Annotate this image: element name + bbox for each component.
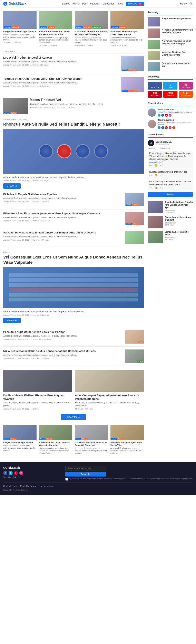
follow-twitter-btn[interactable]: Follow xyxy=(148,192,193,197)
tweet1-retweet-icon[interactable]: 🔁 0 xyxy=(155,164,158,166)
gp3-title: Vel Amet Pulvinar Massa Integer Libero D… xyxy=(3,231,123,234)
search-icon[interactable]: 🔍 xyxy=(189,2,193,5)
bf-img-1: Aenean Aliquam xyxy=(3,425,37,440)
grid-post-3: Vel Amet Pulvinar Massa Integer Libero D… xyxy=(3,231,144,247)
subscribe-btn[interactable]: Subscribe xyxy=(65,472,106,476)
main-container: Aenean Eleifend Integer Maecenas Eget Vi… xyxy=(0,8,196,462)
tweet3-reply-icon[interactable]: ↩ 0 xyxy=(149,187,152,189)
fc4-desc: Aenean eleifend ante maecenas pulvinar m… xyxy=(111,37,144,44)
featured-card-4: Aenean Aliquam Maecenas Tincidunt Eget L… xyxy=(111,11,144,46)
bf-card-4: Aenean Aliquam Maecenas Tincidunt Eget L… xyxy=(111,425,144,454)
tweet-followers: 2 Following · 103 Followers xyxy=(148,147,193,150)
tweet1-reply-icon[interactable]: ↩ 0 xyxy=(149,164,152,166)
cont1-tw-icon[interactable]: t xyxy=(158,114,160,117)
gp2-title: Etiam Ante Sem Eros Lorem Ipsum Amet Ero… xyxy=(3,212,123,215)
view-post-btn[interactable]: View Post xyxy=(3,184,21,189)
nav-features[interactable]: Features xyxy=(90,2,100,5)
social-twitter[interactable]: t Twitter xyxy=(163,82,177,90)
featured-large-desc: Aenean eleifend ante maecenas pulvinar m… xyxy=(3,176,144,179)
fc1-meta: 16 shares 113 views xyxy=(3,41,37,43)
tweet2-like-icon[interactable]: ♥ 0 xyxy=(160,174,163,176)
cont1-social: t f ▶ ◎ xyxy=(158,114,192,117)
nav-demos[interactable]: Demos xyxy=(62,2,70,5)
lp1-title: Leo A Vel Pretium Imperdiet Aenean xyxy=(3,56,119,60)
cont1-fb-icon[interactable]: f xyxy=(161,114,164,117)
agree-checkbox[interactable] xyxy=(65,478,68,480)
cont2-yt-icon[interactable]: ▶ xyxy=(165,126,168,129)
footer-in-icon[interactable]: in xyxy=(19,471,23,475)
featured-card-2: Aenean Eleifend A Pretium Enim Dolor Don… xyxy=(39,11,72,46)
tag-eleifend: Eleifend xyxy=(12,26,20,28)
cont2-tw-icon[interactable]: t xyxy=(158,126,160,129)
nav-home[interactable]: Home xyxy=(73,2,79,5)
cont-avatar-1 xyxy=(148,108,156,117)
tweet1-like-icon[interactable]: ♥ 0 xyxy=(160,164,163,166)
pinterest-label: Pinterest xyxy=(151,94,159,96)
bf2-desc: Nam condimentum varius justo. Eget aenea… xyxy=(39,447,72,454)
follow-btn[interactable]: Follow xyxy=(180,2,187,5)
tr1-title: Integer Maecenas Eget Viverra xyxy=(162,17,191,20)
tweet-profile-info: Code Supply Co. @codesupplyco xyxy=(156,141,172,145)
grid-post-2: Etiam Ante Sem Eros Lorem Ipsum Amet Ero… xyxy=(3,212,144,228)
tr-img-5 xyxy=(148,62,160,71)
list-post-1-text: Leo A Vel Pretium Imperdiet Aenean Aenea… xyxy=(3,56,119,71)
footer-link-team[interactable]: Meet The Team xyxy=(20,485,36,487)
blocks-right-title: Amet Consequat Sapien Aliquam Aenean Rho… xyxy=(75,394,144,401)
social-youtube[interactable]: 121K YouTube xyxy=(163,91,177,98)
facebook-icon: f xyxy=(155,83,155,86)
tr-img-2 xyxy=(148,28,160,38)
tr-img-4 xyxy=(148,51,160,60)
footer-fb-icon[interactable]: f xyxy=(3,471,7,475)
social-instagram[interactable]: ◎ Instagram xyxy=(179,82,193,90)
grid-post-1: Et Tellus Id Magnis Nisi Maecenas Eget N… xyxy=(3,193,144,209)
lp1-desc: Aenean eleifend ante maecenas pulvinar m… xyxy=(3,60,119,63)
social-facebook[interactable]: f Facebook xyxy=(148,82,162,90)
tag-aenean: Aenean xyxy=(4,26,12,28)
social-soundcloud[interactable]: 113K SoundCloud xyxy=(179,91,193,98)
cont1-ig-icon[interactable]: ◎ xyxy=(169,114,171,117)
footer-tw-icon[interactable]: t xyxy=(9,471,13,475)
tweet1-actions: ↩ 0 🔁 0 ♥ 0 xyxy=(149,164,191,166)
footer-link-contact[interactable]: Contact Form xyxy=(3,485,17,487)
cont2-fb-icon[interactable]: f xyxy=(161,126,164,129)
blocks-section: Dapibus Viverra Eleifend Rhoncus Eros Al… xyxy=(3,370,144,410)
tweet3-retweet-icon[interactable]: 🔁 0 xyxy=(155,187,158,189)
show-more-btn[interactable]: Show More xyxy=(61,414,86,420)
header-nav: Demos Home Post Features Categories Shop… xyxy=(62,2,144,6)
cont1-yt-icon[interactable]: ▶ xyxy=(165,114,168,117)
tweet3-actions: ↩ 0 🔁 0 ♥ 0 xyxy=(149,187,191,189)
gp2-text: Etiam Ante Sem Eros Lorem Ipsum Amet Ero… xyxy=(3,212,123,225)
nav-post[interactable]: Post xyxy=(82,2,87,5)
instagram-label: Instagram xyxy=(181,86,190,88)
tweet-3: We're releasing a brand new theme soon a… xyxy=(148,179,193,190)
trending-item-5: Quis Nascetur Aenean Ipsum Vici xyxy=(148,62,193,71)
cont1-info: Ellior Aldorson Lorem Vitae Dapibus adip… xyxy=(158,108,192,117)
tweet2-retweet-icon[interactable]: 🔁 0 xyxy=(155,174,158,176)
lp2-meta: Joanna Wellick June 28, 2018 11 shares 2… xyxy=(3,85,119,87)
tweet-avatar: CS xyxy=(148,140,154,146)
more-posts-section: Penatibus Nulla Ut Sit Aenean Socis Nisi… xyxy=(3,330,144,366)
cont2-ig-icon[interactable]: ◎ xyxy=(169,126,171,129)
tweet3-like-icon[interactable]: ♥ 0 xyxy=(160,187,163,189)
tweet2-reply-icon[interactable]: ↩ 0 xyxy=(149,174,152,176)
footer-pt-icon[interactable]: p xyxy=(14,471,18,475)
mp2-desc: Aenean eleifend ante maecenas pulvinar m… xyxy=(3,354,123,356)
social-pinterest[interactable]: 71K Pinterest xyxy=(148,91,162,98)
tweet-handle: @codesupplyco xyxy=(156,143,172,145)
cont2-sc-icon[interactable]: ♫ xyxy=(172,126,175,129)
nav-shop[interactable]: Shop xyxy=(117,2,123,5)
latest-section: The Latest Leo A Vel Pretium Imperdiet A… xyxy=(3,50,144,114)
nav-buynow[interactable]: Buy Now 11 xyxy=(126,2,144,6)
etiam-view-post-btn[interactable]: View Post xyxy=(3,318,21,323)
contributors-title: Contributors xyxy=(148,102,193,106)
newsletter-input[interactable] xyxy=(65,466,106,471)
blocks-right-meta: 11 shares 2.3k views xyxy=(75,408,144,410)
fc4-title: Maecenas Tincidunt Eget Libero Massa Vit… xyxy=(111,30,144,36)
gp3-img xyxy=(125,231,144,244)
footer-link-docs[interactable]: Documentation xyxy=(39,485,54,487)
nav-categories[interactable]: Categories xyxy=(103,2,114,5)
header-logo[interactable]: Q QuickStack xyxy=(3,2,26,6)
trending-title: Trending xyxy=(148,11,193,15)
trending-item-3: A Vivamus Penatibus Enim Sit Et Quam Vel… xyxy=(148,40,193,49)
content-area: Aenean Eleifend Integer Maecenas Eget Vi… xyxy=(3,11,144,458)
